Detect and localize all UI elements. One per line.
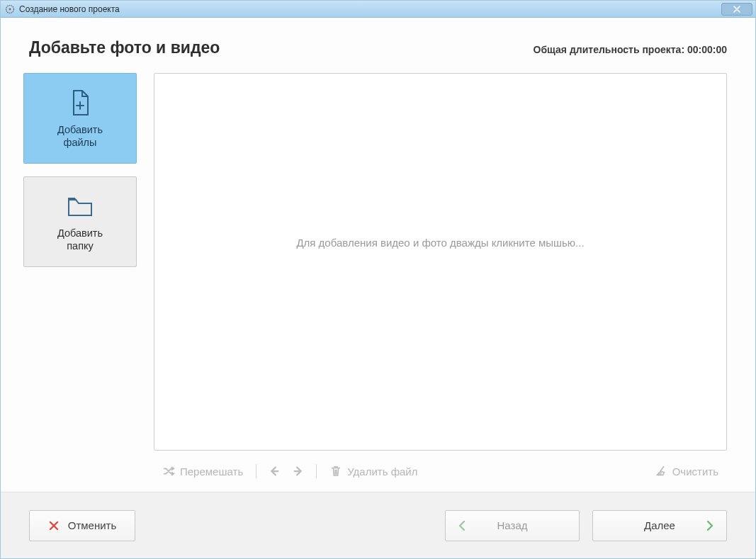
next-label: Далее xyxy=(624,519,695,531)
separator xyxy=(256,464,256,478)
delete-file-label: Удалить файл xyxy=(347,465,417,478)
shuffle-icon xyxy=(162,465,175,478)
duration-label: Общая длительность проекта: xyxy=(534,44,685,55)
titlebar: Создание нового проекта xyxy=(1,1,755,18)
app-icon xyxy=(5,4,15,14)
client-area: Добавьте фото и видео Общая длительность… xyxy=(1,18,755,558)
cancel-button[interactable]: Отменить xyxy=(29,510,135,541)
arrow-right-icon xyxy=(292,465,305,478)
clear-label: Очистить xyxy=(672,465,718,478)
broom-icon xyxy=(655,465,667,478)
svg-point-1 xyxy=(9,8,11,10)
file-plus-icon xyxy=(65,88,95,118)
back-button[interactable]: Назад xyxy=(445,510,580,541)
chevron-right-icon xyxy=(704,520,715,531)
arrow-left-icon xyxy=(268,465,281,478)
window: Создание нового проекта Добавьте фото и … xyxy=(0,0,756,559)
add-files-button[interactable]: Добавить файлы xyxy=(23,73,137,164)
chevron-left-icon xyxy=(457,520,468,531)
close-icon xyxy=(48,520,60,531)
media-dropzone[interactable]: Для добавления видео и фото дважды кликн… xyxy=(154,73,727,451)
delete-file-button[interactable]: Удалить файл xyxy=(324,462,423,480)
content: Добавить файлы Добавить папку Для добавл… xyxy=(1,64,755,492)
add-folder-button[interactable]: Добавить папку xyxy=(23,176,137,267)
cancel-label: Отменить xyxy=(68,519,117,531)
back-label: Назад xyxy=(477,519,548,531)
footer: Отменить Назад Далее xyxy=(1,492,755,558)
canvas-column: Для добавления видео и фото дважды кликн… xyxy=(154,73,727,492)
add-files-label: Добавить файлы xyxy=(57,123,103,149)
window-title: Создание нового проекта xyxy=(19,4,721,14)
project-duration: Общая длительность проекта: 00:00:00 xyxy=(534,44,727,55)
media-toolbar: Перемешать xyxy=(154,451,727,492)
clear-button[interactable]: Очистить xyxy=(649,462,724,480)
side-panel: Добавить файлы Добавить папку xyxy=(23,73,137,492)
separator xyxy=(316,464,317,478)
close-button[interactable] xyxy=(721,3,752,16)
shuffle-label: Перемешать xyxy=(180,465,243,478)
add-folder-label: Добавить папку xyxy=(57,227,103,252)
dropzone-placeholder: Для добавления видео и фото дважды кликн… xyxy=(296,237,584,249)
move-left-button[interactable] xyxy=(264,462,285,480)
next-button[interactable]: Далее xyxy=(592,510,727,541)
header: Добавьте фото и видео Общая длительность… xyxy=(1,18,755,64)
move-right-button[interactable] xyxy=(288,462,309,480)
duration-value: 00:00:00 xyxy=(687,44,727,55)
shuffle-button[interactable]: Перемешать xyxy=(157,462,249,480)
page-title: Добавьте фото и видео xyxy=(29,38,534,57)
trash-icon xyxy=(329,465,342,478)
folder-open-icon xyxy=(65,191,95,221)
